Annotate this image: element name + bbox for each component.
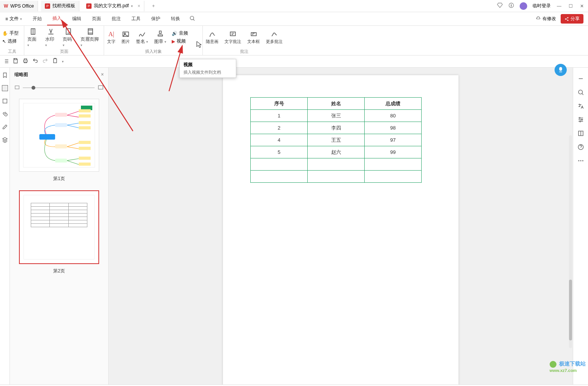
- svg-rect-26: [79, 157, 90, 160]
- zoom-out-icon[interactable]: [577, 75, 584, 82]
- app-tab-template[interactable]: P 找稻壳模板: [41, 1, 79, 11]
- tool-buttons: ✋手型 ↖选择: [0, 26, 21, 49]
- scrollbar-thumb[interactable]: [569, 280, 572, 340]
- app-tab-wps[interactable]: W WPS Office: [0, 1, 38, 11]
- svg-point-29: [579, 117, 580, 119]
- tab-convert[interactable]: 转换: [166, 12, 185, 25]
- outline-icon[interactable]: [2, 98, 8, 104]
- settings-icon[interactable]: [577, 116, 584, 123]
- select-tool-button[interactable]: ↖选择: [2, 38, 19, 44]
- pagenum-button[interactable]: 页码 ▾: [60, 26, 77, 49]
- headerfooter-button[interactable]: 页眉页脚 ▾: [77, 26, 104, 49]
- zoom-large-icon[interactable]: [98, 84, 104, 92]
- menu-bar: ≡ 文件 ▾ 开始 插入 编辑 页面 批注 工具 保护 转换 有修改 分享: [0, 12, 588, 26]
- maximize-icon[interactable]: ☐: [567, 3, 574, 9]
- more-annot-button[interactable]: 更多批注: [263, 26, 286, 49]
- zoom-thumb[interactable]: [32, 86, 35, 90]
- document-table: 序号 姓名 总成绩 1张三80 2李四98 4王五97 5赵六99: [250, 97, 422, 183]
- svg-point-35: [580, 160, 581, 161]
- qat-redo-icon[interactable]: [42, 58, 48, 65]
- qat-clipboard-icon[interactable]: [52, 58, 58, 65]
- minimize-icon[interactable]: —: [556, 3, 562, 9]
- diamond-icon[interactable]: [497, 2, 503, 9]
- svg-rect-23: [79, 126, 90, 129]
- layers-icon[interactable]: [2, 137, 8, 143]
- more-icon[interactable]: [577, 157, 584, 164]
- textbox-button[interactable]: 文本框: [244, 26, 263, 49]
- close-tab-icon[interactable]: ×: [138, 3, 140, 9]
- svg-rect-13: [15, 85, 19, 89]
- edit-icon[interactable]: [2, 124, 8, 130]
- read-icon[interactable]: [577, 130, 584, 137]
- avatar[interactable]: [520, 2, 527, 10]
- svg-rect-15: [40, 134, 55, 140]
- svg-rect-12: [3, 99, 7, 103]
- qat-save-icon[interactable]: [13, 58, 19, 65]
- tab-insert[interactable]: 插入: [47, 12, 67, 25]
- table-row: 5赵六99: [251, 146, 422, 158]
- username[interactable]: 临时登录: [533, 3, 551, 9]
- share-button[interactable]: 分享: [561, 14, 583, 24]
- text-button[interactable]: A|文字: [104, 26, 119, 49]
- ai-fab-button[interactable]: [555, 64, 567, 76]
- table-row: 2李四98: [251, 122, 422, 134]
- canvas[interactable]: 序号 姓名 总成绩 1张三80 2李四98 4王五97 5赵六99: [109, 68, 573, 384]
- menu-icon: ≡: [5, 16, 8, 22]
- tab-annotate[interactable]: 批注: [106, 12, 126, 25]
- page-button[interactable]: 页面 ▾: [24, 26, 42, 49]
- pdf-icon: P: [86, 3, 92, 9]
- tooltip-title: 视频: [183, 62, 232, 68]
- svg-point-31: [580, 121, 581, 122]
- file-menu[interactable]: ≡ 文件 ▾: [0, 12, 27, 25]
- freedraw-button[interactable]: 随意画: [203, 26, 221, 49]
- share-label: 分享: [571, 16, 580, 22]
- watermark-url: www.xz7.com: [550, 368, 577, 373]
- zoom-small-icon[interactable]: [14, 85, 20, 91]
- image-button[interactable]: 图片: [119, 26, 133, 49]
- video-button[interactable]: ▶视频: [172, 38, 188, 44]
- hand-tool-button[interactable]: ✋手型: [2, 30, 19, 36]
- tab-tools[interactable]: 工具: [126, 12, 146, 25]
- thumbnail-icon[interactable]: [2, 85, 8, 91]
- sign-button[interactable]: 签名 ▾: [133, 26, 151, 49]
- tab-start[interactable]: 开始: [27, 12, 47, 25]
- watermark-button[interactable]: 水印 ▾: [42, 26, 60, 49]
- qat-print-icon[interactable]: [22, 58, 28, 65]
- svg-rect-19: [55, 158, 67, 162]
- close-icon[interactable]: ✕: [579, 3, 585, 9]
- watermark: 极速下载站 www.xz7.com: [550, 361, 586, 373]
- tab-page[interactable]: 页面: [87, 12, 106, 25]
- panel-close-icon[interactable]: ×: [101, 72, 104, 77]
- audio-button[interactable]: 🔊音频: [172, 30, 188, 36]
- qat-menu-icon[interactable]: ☰: [5, 59, 9, 64]
- app-tab-document[interactable]: P 我的文字文档.pdf ▾ ×: [82, 1, 144, 11]
- qat-undo-icon[interactable]: [32, 58, 38, 65]
- thumbnail-page-1[interactable]: [19, 99, 99, 172]
- qat-more-icon[interactable]: ▾: [62, 60, 64, 63]
- tab-edit[interactable]: 编辑: [67, 12, 87, 25]
- svg-rect-17: [55, 123, 67, 127]
- help-icon[interactable]: i: [508, 2, 514, 9]
- zoom-slider[interactable]: [23, 87, 95, 88]
- sync-status[interactable]: 有修改: [536, 16, 556, 22]
- attach-icon[interactable]: [2, 111, 8, 117]
- svg-rect-20: [79, 109, 90, 112]
- thumbnail-page-2[interactable]: [19, 190, 99, 264]
- search-icon[interactable]: [577, 89, 584, 96]
- bookmark-icon[interactable]: [2, 72, 8, 78]
- page-2: 序号 姓名 总成绩 1张三80 2李四98 4王五97 5赵六99: [223, 75, 458, 384]
- svg-rect-24: [79, 141, 90, 144]
- stamp-button[interactable]: 图章 ▾: [151, 26, 169, 49]
- help-icon[interactable]: [577, 144, 584, 150]
- menu-search-icon[interactable]: [185, 15, 199, 22]
- svg-rect-22: [79, 121, 90, 124]
- vertical-scrollbar[interactable]: [569, 135, 572, 348]
- textannot-button[interactable]: 文字批注: [221, 26, 244, 49]
- tab-protect[interactable]: 保护: [146, 12, 166, 25]
- group-label: 插入对象: [104, 49, 202, 55]
- new-tab-button[interactable]: ＋: [147, 3, 160, 9]
- table-row: [251, 171, 422, 183]
- translate-icon[interactable]: [577, 103, 584, 109]
- panel-thumb-list: 第1页 第2页: [10, 94, 108, 384]
- chevron-down-icon[interactable]: ▾: [131, 4, 133, 8]
